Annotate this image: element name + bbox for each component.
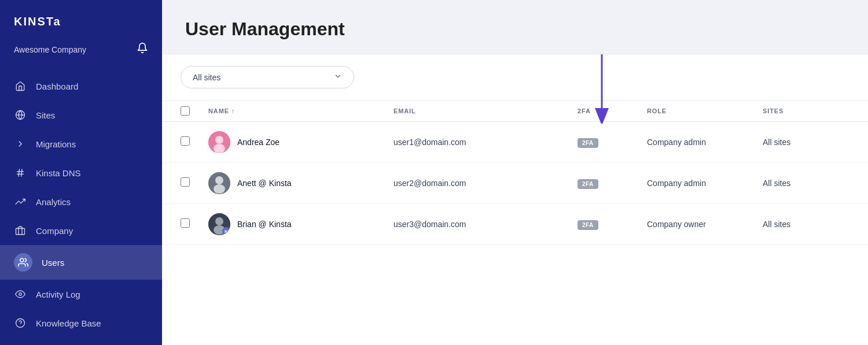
sites-select-value: All sites (193, 73, 220, 82)
svg-point-9 (19, 293, 22, 296)
user-name: Anett @ Kinsta (237, 179, 292, 188)
kinsta-logo: KINSTa (14, 13, 66, 33)
table-row: Anett @ Kinsta user2@domain.com 2FA Comp… (162, 163, 868, 204)
user-name: Brian @ Kinsta (237, 220, 292, 229)
sidebar-item-label: Dashboard (36, 81, 78, 91)
company-name-label: Awesome Company (14, 45, 86, 54)
select-all-checkbox[interactable] (181, 106, 190, 116)
sidebar-header: KINSTa (0, 0, 162, 42)
sidebar-item-label: Users (42, 258, 64, 268)
table-header: NAME ↑ EMAIL 2FA ROLE SITES (162, 101, 868, 122)
svg-point-15 (215, 136, 223, 144)
toolbar: All sites (162, 54, 868, 101)
nav-items: Dashboard Sites Migrations Kinsta DNS (0, 68, 162, 341)
company-icon (14, 224, 27, 237)
avatar (208, 131, 230, 153)
svg-point-10 (16, 319, 25, 328)
globe-icon (14, 109, 27, 121)
user-sites: All sites (763, 179, 849, 188)
analytics-icon (14, 195, 27, 208)
sidebar-item-users[interactable]: Users (0, 245, 162, 280)
sidebar-item-company[interactable]: Company (0, 216, 162, 245)
company-row: Awesome Company (0, 42, 162, 68)
svg-rect-7 (16, 228, 25, 235)
svg-line-6 (21, 169, 23, 177)
sidebar-item-knowledge-base[interactable]: Knowledge Base (0, 309, 162, 337)
main-content: User Management All sites (162, 0, 868, 345)
table-row: K Brian @ Kinsta user3@domain.com 2FA Co… (162, 204, 868, 245)
sidebar-item-kinsta-dns[interactable]: Kinsta DNS (0, 158, 162, 187)
header-email: EMAIL (393, 106, 578, 116)
2fa-badge: 2FA (578, 179, 598, 189)
avatar (208, 172, 230, 194)
svg-text:KINSTa: KINSTa (14, 15, 61, 28)
sidebar-item-sites[interactable]: Sites (0, 101, 162, 129)
header-sites: SITES (763, 106, 849, 116)
sidebar: KINSTa Awesome Company Dashboard Sites (0, 0, 162, 345)
kinsta-badge: K (222, 227, 230, 235)
users-icon-circle (14, 253, 32, 272)
sidebar-item-label: Activity Log (36, 290, 80, 299)
2fa-badge: 2FA (578, 138, 598, 148)
svg-line-5 (19, 169, 20, 177)
svg-point-19 (214, 184, 225, 194)
user-email: user1@domain.com (393, 138, 578, 147)
user-name: Andrea Zoe (237, 138, 279, 147)
chevron-down-icon (334, 72, 342, 82)
dns-icon (14, 166, 27, 179)
home-icon (14, 80, 27, 92)
header-2fa: 2FA (578, 106, 647, 116)
row-checkbox-cell (181, 177, 208, 189)
sidebar-item-label: Knowledge Base (36, 318, 101, 328)
2fa-cell: 2FA (578, 178, 647, 189)
bell-icon[interactable] (137, 42, 148, 57)
user-role: Company owner (647, 220, 763, 229)
table-row: Andrea Zoe user1@domain.com 2FA Company … (162, 122, 868, 163)
page-title: User Management (185, 18, 845, 40)
page-header: User Management (162, 0, 868, 54)
sidebar-item-label: Migrations (36, 139, 76, 149)
header-name: NAME ↑ (208, 106, 393, 116)
2fa-badge: 2FA (578, 220, 598, 230)
2fa-cell: 2FA (578, 137, 647, 148)
sidebar-item-label: Kinsta DNS (36, 168, 81, 178)
svg-point-21 (215, 217, 223, 225)
user-info: K Brian @ Kinsta (208, 213, 393, 235)
user-sites: All sites (763, 138, 849, 147)
row-checkbox-cell (181, 136, 208, 148)
row-checkbox[interactable] (181, 218, 190, 228)
user-email: user3@domain.com (393, 220, 578, 229)
user-info: Anett @ Kinsta (208, 172, 393, 194)
sidebar-item-activity-log[interactable]: Activity Log (0, 280, 162, 309)
sites-filter-select[interactable]: All sites (181, 66, 354, 88)
user-role: Company admin (647, 179, 763, 188)
sidebar-item-label: Sites (36, 110, 55, 120)
user-sites: All sites (763, 220, 849, 229)
header-checkbox-cell (181, 106, 208, 116)
svg-point-8 (20, 258, 24, 262)
row-checkbox-cell (181, 218, 208, 230)
sidebar-item-migrations[interactable]: Migrations (0, 129, 162, 158)
user-info: Andrea Zoe (208, 131, 393, 153)
avatar: K (208, 213, 230, 235)
sidebar-item-label: Analytics (36, 197, 71, 207)
user-email: user2@domain.com (393, 179, 578, 188)
svg-point-16 (214, 144, 225, 153)
2fa-cell: 2FA (578, 219, 647, 230)
sidebar-item-label: Company (36, 226, 73, 236)
eye-icon (14, 288, 27, 301)
content-area: All sites NAME ↑ EMAIL 2FA ROLE SITES (162, 54, 868, 345)
user-role: Company admin (647, 138, 763, 147)
help-icon (14, 317, 27, 329)
row-checkbox[interactable] (181, 136, 190, 146)
header-role: ROLE (647, 106, 763, 116)
sidebar-item-dashboard[interactable]: Dashboard (0, 72, 162, 101)
row-checkbox[interactable] (181, 177, 190, 187)
migrations-icon (14, 138, 27, 150)
sidebar-item-analytics[interactable]: Analytics (0, 187, 162, 216)
svg-point-18 (215, 176, 223, 184)
